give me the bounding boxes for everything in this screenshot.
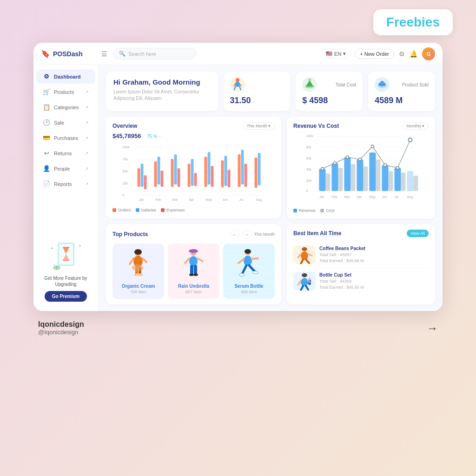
- svg-rect-51: [238, 154, 241, 187]
- svg-rect-76: [319, 169, 326, 191]
- svg-point-92: [321, 167, 324, 170]
- settings-icon[interactable]: ⚙: [399, 50, 405, 58]
- svg-line-149: [298, 280, 301, 285]
- avatar[interactable]: G: [422, 47, 435, 60]
- view-all-button[interactable]: View All: [407, 230, 429, 237]
- svg-line-152: [306, 286, 308, 290]
- top-products-title: Top Products: [112, 231, 148, 238]
- premium-button[interactable]: Go Premium: [45, 291, 87, 302]
- svg-point-146: [301, 278, 308, 286]
- svg-rect-45: [205, 157, 207, 187]
- bottle-set-sell: Total Sell : 44359: [319, 278, 429, 284]
- sidebar: ⚙ Dashboard 🛒 Products ↗ 📋 Categories ↗ …: [33, 65, 99, 311]
- svg-text:60k: 60k: [306, 157, 312, 160]
- svg-rect-48: [221, 160, 224, 187]
- sidebar-item-sale[interactable]: 🕐 Sale ↗: [36, 115, 95, 130]
- svg-rect-91: [414, 176, 418, 191]
- overview-filter[interactable]: This Month ▾: [243, 122, 275, 130]
- dashboard-body: ⚙ Dashboard 🛒 Products ↗ 📋 Categories ↗ …: [33, 65, 443, 311]
- main-content: Hi Graham, Good Morning Lorem Ipsum Dolo…: [99, 65, 443, 311]
- sidebar-item-products[interactable]: 🛒 Products ↗: [36, 85, 95, 99]
- best-item-img-2: [293, 272, 316, 291]
- logo-area: 🔖 POSDash: [41, 49, 101, 58]
- svg-text:25k: 25k: [123, 182, 128, 185]
- chevron-down-icon: ▾: [343, 51, 346, 57]
- svg-text:May: May: [206, 198, 212, 202]
- hamburger-icon[interactable]: ☰: [101, 50, 107, 58]
- product-card-3[interactable]: Serum Bottle 489 Item: [223, 244, 275, 299]
- svg-rect-38: [161, 171, 164, 187]
- welcome-desc-1: Lorem Ipsum Dolor Sit Amet, Consectetur: [113, 89, 211, 95]
- dashboard-card: 🔖 POSDash ☰ 🔍 Search here 🇺🇸 EN ▾ + New …: [33, 43, 443, 311]
- svg-rect-86: [351, 164, 356, 191]
- sidebar-item-reports[interactable]: 📄 Reports ↗: [36, 177, 95, 191]
- revenue-header: Revenue Vs Cost Monthly ▾: [293, 122, 429, 130]
- product-count-2: 657 Item: [172, 290, 216, 294]
- svg-text:50k: 50k: [123, 170, 128, 173]
- stat-card-small: 31.50: [224, 72, 291, 111]
- logo-text: POSDash: [53, 50, 83, 58]
- svg-text:0: 0: [123, 193, 125, 197]
- chevron-right-icon-5: ↗: [85, 151, 89, 156]
- search-placeholder: Search here: [128, 51, 156, 57]
- svg-text:Feb: Feb: [156, 198, 161, 201]
- svg-point-98: [397, 166, 399, 169]
- svg-text:Apr: Apr: [357, 195, 363, 199]
- bottle-set-earned: Total Earned : $45.50 M: [319, 284, 429, 291]
- new-order-button[interactable]: + New Order: [355, 49, 394, 59]
- dashboard-icon: ⚙: [43, 73, 50, 80]
- svg-rect-87: [364, 166, 368, 191]
- overview-chart-svg: 100k 75k 50k 25k 0: [112, 143, 275, 203]
- reports-icon: 📄: [43, 180, 50, 187]
- legend-expenses: Expenses: [161, 208, 185, 212]
- svg-text:80k: 80k: [306, 145, 312, 149]
- svg-rect-50: [228, 170, 231, 187]
- sidebar-item-dashboard[interactable]: ⚙ Dashboard: [36, 69, 95, 84]
- svg-rect-81: [382, 165, 389, 191]
- svg-text:Mar: Mar: [344, 195, 350, 198]
- sidebar-item-purchases[interactable]: 💳 Purchases ↗: [36, 131, 95, 145]
- product-card-2[interactable]: Rain Umbrella 657 Item: [168, 244, 219, 299]
- svg-text:100k: 100k: [123, 145, 130, 149]
- stat-icon-cost: [302, 77, 317, 92]
- svg-rect-80: [370, 152, 376, 191]
- best-items-title: Best Item All Time: [293, 230, 341, 237]
- svg-rect-148: [309, 278, 311, 280]
- svg-line-143: [306, 259, 309, 263]
- bell-icon[interactable]: 🔔: [410, 50, 417, 58]
- svg-rect-49: [225, 156, 227, 186]
- legend-cost: Cost: [320, 208, 335, 213]
- orders-dot: [112, 208, 116, 212]
- revenue-filter[interactable]: Monthly ▾: [402, 122, 429, 130]
- svg-line-113: [130, 258, 133, 264]
- product-illustration-1: [116, 248, 160, 281]
- sidebar-label-dashboard: Dashboard: [54, 74, 80, 79]
- svg-line-133: [238, 259, 244, 263]
- sidebar-item-returns[interactable]: ↩ Returns ↗: [36, 146, 95, 160]
- svg-point-95: [359, 158, 362, 161]
- svg-point-127: [193, 273, 198, 276]
- svg-point-136: [252, 271, 258, 274]
- next-arrow[interactable]: →: [242, 230, 251, 239]
- svg-text:Jun: Jun: [223, 198, 228, 201]
- search-bar[interactable]: 🔍 Search here: [113, 48, 197, 60]
- svg-point-135: [239, 273, 245, 276]
- svg-rect-53: [245, 164, 247, 187]
- svg-point-2: [53, 264, 55, 265]
- legend-orders: Orders: [112, 208, 131, 212]
- product-count-1: 789 Item: [116, 290, 160, 294]
- cost-value: $ 4598: [302, 96, 356, 106]
- lang-selector[interactable]: 🇺🇸 EN ▾: [322, 49, 350, 59]
- sidebar-item-people[interactable]: 👤 People ↗: [36, 161, 95, 176]
- top-products-controls: ← → This Month: [230, 230, 275, 239]
- coffee-beans-name: Coffee Beans Packet: [319, 246, 429, 251]
- product-card-1[interactable]: Organic Cream 789 Item: [112, 244, 164, 299]
- bottom-row: Top Products ← → This Month: [106, 224, 435, 304]
- prev-arrow[interactable]: ←: [230, 230, 239, 239]
- svg-rect-122: [190, 265, 193, 274]
- sidebar-item-categories[interactable]: 📋 Categories ↗: [36, 100, 95, 114]
- svg-point-126: [189, 273, 194, 276]
- svg-rect-36: [154, 161, 157, 187]
- overview-amount: $45,78956: [112, 132, 141, 139]
- svg-text:0: 0: [306, 189, 308, 192]
